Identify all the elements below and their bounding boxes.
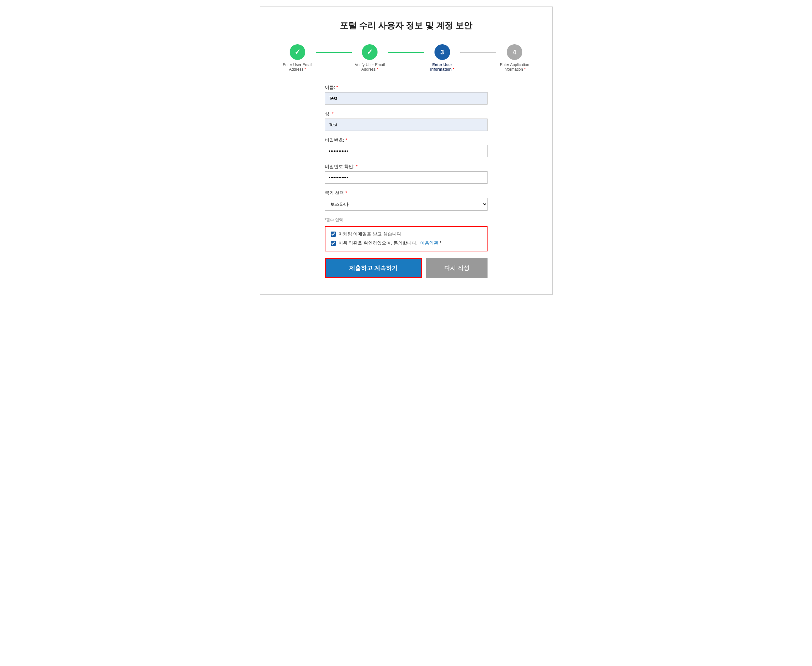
step-circle-4: 4 (507, 44, 522, 60)
lastname-input[interactable] (325, 119, 488, 131)
terms-label: 이용 약관을 확인하였으며, 동의합니다. 이용약관 * (339, 240, 442, 246)
form-container: 이름: * 성: * 비밀번호: * 비밀번호 확인: * (325, 85, 488, 278)
form-group-country: 국가 선택 * 보즈와나 (325, 190, 488, 211)
confirm-password-input[interactable] (325, 171, 488, 184)
submit-button[interactable]: 제출하고 계속하기 (325, 258, 422, 278)
checkmark-icon-2: ✓ (367, 48, 373, 56)
form-group-password: 비밀번호: * (325, 137, 488, 157)
checkbox-item-marketing: 마케팅 이메일을 받고 싶습니다 (330, 231, 482, 237)
marketing-checkbox[interactable] (330, 232, 336, 237)
checkbox-item-terms: 이용 약관을 확인하였으며, 동의합니다. 이용약관 * (330, 240, 482, 246)
stepper: ✓ Enter User Email Address * ✓ Verify Us… (279, 44, 533, 72)
step-connector-3-4 (460, 52, 496, 53)
step-item-4: 4 Enter Application Information * (496, 44, 533, 72)
confirm-password-label: 비밀번호 확인: * (325, 164, 488, 170)
page-title: 포털 수리 사용자 정보 및 계정 보안 (279, 20, 533, 31)
form-group-confirm-password: 비밀번호 확인: * (325, 164, 488, 184)
terms-link[interactable]: 이용약관 (420, 240, 438, 246)
step-item-3: 3 Enter User Information * (424, 44, 460, 72)
password-input[interactable] (325, 145, 488, 157)
step-connector-1-2 (316, 52, 352, 53)
checkmark-icon-1: ✓ (294, 48, 301, 56)
terms-checkbox[interactable] (330, 241, 336, 246)
step-item-2: ✓ Verify User Email Address * (352, 44, 388, 72)
step-label-2: Verify User Email Address * (352, 63, 388, 72)
step-circle-2: ✓ (362, 44, 378, 60)
step-item-1: ✓ Enter User Email Address * (279, 44, 316, 72)
form-group-lastname: 성: * (325, 111, 488, 131)
password-label: 비밀번호: * (325, 137, 488, 143)
step-label-4: Enter Application Information * (496, 63, 533, 72)
form-group-firstname: 이름: * (325, 85, 488, 104)
page-wrapper: 포털 수리 사용자 정보 및 계정 보안 ✓ Enter User Email … (260, 7, 552, 295)
marketing-label: 마케팅 이메일을 받고 싶습니다 (339, 231, 402, 237)
step-circle-3: 3 (434, 44, 450, 60)
required-note: *필수 입력 (325, 217, 488, 223)
step-label-1: Enter User Email Address * (279, 63, 316, 72)
step-circle-1: ✓ (290, 44, 305, 60)
step-connector-2-3 (388, 52, 424, 53)
country-select[interactable]: 보즈와나 (325, 198, 488, 211)
firstname-input[interactable] (325, 92, 488, 104)
step-label-3: Enter User Information * (424, 63, 460, 72)
checkbox-section: 마케팅 이메일을 받고 싶습니다 이용 약관을 확인하였으며, 동의합니다. 이… (325, 226, 488, 251)
reset-button[interactable]: 다시 작성 (426, 258, 488, 278)
firstname-label: 이름: * (325, 85, 488, 91)
country-label: 국가 선택 * (325, 190, 488, 196)
lastname-label: 성: * (325, 111, 488, 117)
button-row: 제출하고 계속하기 다시 작성 (325, 258, 488, 278)
